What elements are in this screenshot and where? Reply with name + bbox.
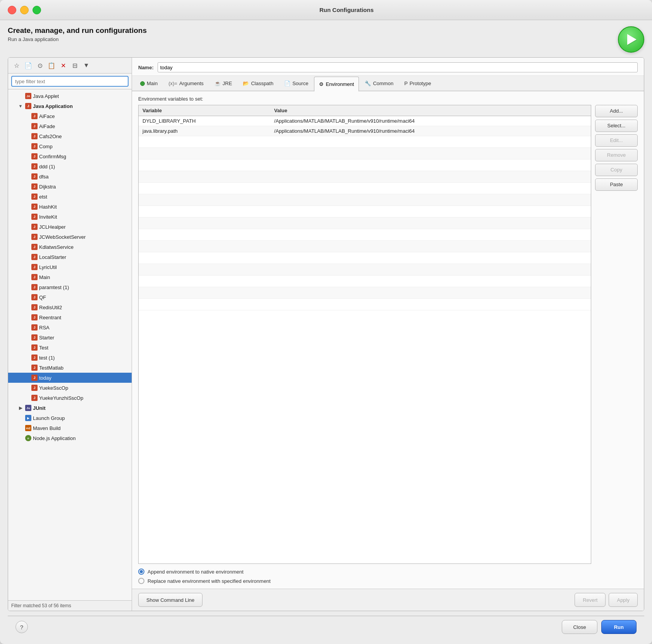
item-label: Java Application (33, 103, 73, 109)
list-item[interactable]: J Reentrant (8, 312, 132, 322)
item-label: Main (39, 274, 50, 280)
list-item[interactable]: n Node.js Application (8, 433, 132, 443)
list-item[interactable]: J etst (8, 192, 132, 202)
select-env-button[interactable]: Select... (595, 120, 638, 132)
minimize-window-button[interactable] (20, 6, 29, 14)
list-item[interactable]: m2 Maven Build (8, 423, 132, 433)
java-item-icon: J (31, 234, 38, 240)
tab-common-label: Common (373, 80, 393, 86)
list-item[interactable]: J test (1) (8, 353, 132, 363)
add-env-button[interactable]: Add... (595, 105, 638, 117)
export-button[interactable]: 📋 (46, 60, 57, 71)
table-row-empty (139, 276, 591, 287)
radio-replace-button[interactable] (138, 578, 144, 584)
list-item[interactable]: J YuekeSscOp (8, 383, 132, 393)
table-row-empty (139, 287, 591, 299)
filter-input[interactable] (11, 76, 129, 87)
paste-env-button[interactable]: Paste (595, 178, 638, 191)
list-item[interactable]: J dfsa (8, 171, 132, 182)
name-input[interactable] (158, 62, 638, 72)
list-item[interactable]: J AiFace (8, 111, 132, 121)
remove-env-button[interactable]: Remove (595, 149, 638, 161)
tab-common[interactable]: 🔧 Common (360, 76, 398, 91)
run-button[interactable]: Run (601, 620, 637, 634)
list-item[interactable]: J Dijkstra (8, 182, 132, 192)
tab-arguments[interactable]: (x)= Arguments (163, 76, 209, 91)
list-item[interactable]: J HashKit (8, 202, 132, 212)
window-title: Run Configurations (49, 7, 644, 13)
show-command-line-button[interactable]: Show Command Line (138, 593, 202, 607)
tab-source[interactable]: 📄 Source (279, 76, 313, 91)
tab-environment[interactable]: ⚙ Environment (314, 77, 359, 91)
header-section: Create, manage, and run configurations R… (8, 26, 644, 53)
help-button[interactable]: ? (15, 621, 28, 633)
list-item[interactable]: J RSA (8, 322, 132, 332)
list-item[interactable]: J Starter (8, 332, 132, 343)
list-item[interactable]: J paramtest (1) (8, 282, 132, 292)
edit-env-button[interactable]: Edit... (595, 134, 638, 147)
radio-append-row[interactable]: Append environment to native environment (138, 569, 638, 575)
list-item[interactable]: J RedisUtil2 (8, 302, 132, 312)
duplicate-button[interactable]: ⊙ (34, 60, 45, 71)
list-item[interactable]: J LocalStarter (8, 252, 132, 262)
list-item[interactable]: J ddd (1) (8, 161, 132, 171)
java-item-icon: J (31, 194, 38, 200)
list-item[interactable]: J QF (8, 292, 132, 302)
table-row[interactable]: java.library.path /Applications/MATLAB/M… (139, 126, 591, 136)
source-tab-icon: 📄 (284, 80, 290, 86)
tabs-row: Main (x)= Arguments ☕ JRE 📂 Classpath (132, 76, 644, 91)
maximize-window-button[interactable] (33, 6, 41, 14)
list-item[interactable]: J TestMatlab (8, 363, 132, 373)
list-item[interactable]: J AiFade (8, 121, 132, 131)
table-row-empty (139, 229, 591, 241)
java-item-icon: J (31, 385, 38, 391)
radio-replace-row[interactable]: Replace native environment with specifie… (138, 578, 638, 584)
list-item[interactable]: JA Java Applet (8, 91, 132, 101)
list-item[interactable]: J ConfirmMsg (8, 151, 132, 161)
revert-button[interactable]: Revert (575, 593, 606, 607)
filter-button[interactable]: ▼ (81, 60, 92, 71)
list-item[interactable]: J Cafs2One (8, 131, 132, 141)
list-item[interactable]: ▼ J Java Application (8, 101, 132, 111)
list-item[interactable]: J KdlatwsService (8, 242, 132, 252)
close-window-button[interactable] (8, 6, 16, 14)
tab-classpath[interactable]: 📂 Classpath (238, 76, 278, 91)
radio-append-label: Append environment to native environment (148, 569, 244, 575)
java-item-icon: J (31, 294, 38, 300)
item-label: RSA (39, 325, 50, 331)
workspace: ☆ 📄 ⊙ 📋 ✕ ⊟ ▼ JA (8, 57, 644, 611)
run-config-button[interactable] (618, 26, 644, 53)
apply-button[interactable]: Apply (609, 593, 638, 607)
list-item[interactable]: J JCLHealper (8, 222, 132, 232)
delete-button[interactable]: ✕ (58, 60, 69, 71)
close-button[interactable]: Close (562, 620, 597, 634)
list-item[interactable]: J InviteKit (8, 212, 132, 222)
java-item-icon: J (31, 173, 38, 180)
list-item[interactable]: J YuekeYunzhiSscOp (8, 393, 132, 403)
list-item[interactable]: J Comp (8, 141, 132, 151)
tree-container[interactable]: JA Java Applet ▼ J Java Application J Ai… (8, 89, 132, 600)
table-row-empty (139, 148, 591, 159)
radio-append-button[interactable] (138, 569, 144, 575)
new-config-button[interactable]: ☆ (11, 60, 22, 71)
header-text: Create, manage, and run configurations R… (8, 26, 147, 42)
list-item[interactable]: J JCWebSocketServer (8, 232, 132, 242)
item-label: ddd (1) (39, 164, 55, 170)
table-row-empty (139, 299, 591, 310)
selected-list-item[interactable]: J today (8, 373, 132, 383)
table-row[interactable]: DYLD_LIBRARY_PATH /Applications/MATLAB/M… (139, 116, 591, 126)
tab-main[interactable]: Main (135, 76, 163, 91)
list-item[interactable]: J LyricUtil (8, 262, 132, 272)
copy-env-button[interactable]: Copy (595, 164, 638, 176)
list-item[interactable]: ▶ Launch Group (8, 413, 132, 423)
tab-prototype-label: Prototype (410, 80, 431, 86)
tab-jre[interactable]: ☕ JRE (209, 76, 237, 91)
list-item[interactable]: J Test (8, 343, 132, 353)
tab-prototype[interactable]: P Prototype (399, 76, 436, 91)
java-item-icon: J (31, 113, 38, 119)
list-item[interactable]: ▶ Ju JUnit (8, 403, 132, 413)
collapse-button[interactable]: ⊟ (69, 60, 80, 71)
collapse-icon: ▼ (17, 104, 24, 108)
list-item[interactable]: J Main (8, 272, 132, 282)
new-config-alt-button[interactable]: 📄 (23, 60, 34, 71)
